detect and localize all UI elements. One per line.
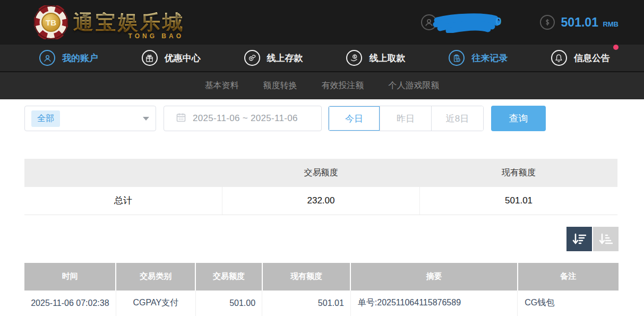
records-header-current-amount: 现有额度 — [262, 263, 351, 291]
main-navigation: 我的账户 优惠中心 线上存款 — [0, 45, 644, 72]
query-button[interactable]: 查询 — [491, 106, 546, 131]
subnav-valid-bets[interactable]: 有效投注额 — [322, 80, 364, 91]
site-subtitle: TONG BAO — [128, 33, 184, 39]
withdraw-icon — [346, 50, 362, 66]
summary-header-current-amount: 现有额度 — [420, 159, 617, 187]
sort-descending-button[interactable] — [566, 227, 592, 251]
date-range-input[interactable]: 2025-11-06 ~ 2025-11-06 — [164, 106, 322, 131]
nav-label: 线上存款 — [267, 52, 303, 64]
casino-chip-icon: TB — [34, 5, 68, 39]
nav-promotions[interactable]: 优惠中心 — [142, 50, 201, 66]
sort-descending-icon — [572, 233, 586, 245]
calendar-icon — [176, 112, 186, 125]
yesterday-button[interactable]: 昨日 — [380, 106, 432, 131]
balance-amount: 501.01 — [561, 15, 598, 29]
records-table: 时间 交易类别 交易额度 现有额度 摘要 备注 2025-11-06 07:02… — [24, 263, 619, 316]
username-visible-digit: 0 — [495, 15, 502, 28]
records-header-row: 时间 交易类别 交易额度 现有额度 摘要 备注 — [24, 263, 619, 291]
summary-current-amount: 501.01 — [420, 187, 617, 215]
user-icon — [39, 50, 55, 66]
type-select-value: 全部 — [31, 110, 60, 127]
nav-label: 优惠中心 — [165, 52, 201, 64]
bell-icon — [551, 50, 567, 66]
sort-ascending-button[interactable] — [593, 227, 619, 251]
subnav-credit-transfer[interactable]: 额度转换 — [263, 80, 297, 91]
records-header-summary: 摘要 — [350, 263, 517, 291]
site-title: 通宝娱乐城 — [73, 12, 185, 32]
record-summary: 单号:202511064115876589 — [350, 291, 517, 316]
quick-date-group: 今日 昨日 近8日 — [328, 106, 484, 131]
top-header: TB 通宝娱乐城 TONG BAO — [0, 0, 644, 45]
summary-header-empty — [24, 159, 222, 187]
subnav-game-limits[interactable]: 个人游戏限额 — [389, 80, 440, 91]
record-current-amount: 501.01 — [262, 291, 351, 316]
records-header-time: 时间 — [24, 263, 116, 291]
site-logo[interactable]: TB 通宝娱乐城 TONG BAO — [34, 5, 185, 39]
notification-dot — [613, 45, 619, 50]
summary-trade-amount: 232.00 — [222, 187, 419, 215]
nav-label: 我的账户 — [62, 52, 98, 64]
filter-bar: 全部 2025-11-06 ~ 2025-11-06 今日 昨日 近8日 查询 — [24, 106, 619, 131]
deposit-icon — [244, 50, 260, 66]
type-select[interactable]: 全部 — [24, 106, 156, 131]
record-type: CGPAY支付 — [116, 291, 195, 316]
nav-transaction-records[interactable]: 往来记录 — [449, 50, 508, 66]
gift-icon — [142, 50, 158, 66]
records-header-note: 备注 — [518, 263, 619, 291]
nav-my-account[interactable]: 我的账户 — [39, 50, 98, 66]
record-time: 2025-11-06 07:02:38 — [24, 291, 116, 316]
sort-ascending-icon — [599, 233, 613, 245]
record-trade-amount: 501.00 — [195, 291, 262, 316]
summary-total-label: 总计 — [24, 187, 222, 215]
chip-monogram: TB — [41, 13, 61, 32]
nav-label: 往来记录 — [471, 52, 508, 64]
table-row: 2025-11-06 07:02:38 CGPAY支付 501.00 501.0… — [24, 291, 619, 316]
nav-announcements[interactable]: 信息公告 — [551, 50, 610, 66]
nav-online-withdrawal[interactable]: 线上取款 — [346, 50, 405, 66]
last-8-days-button[interactable]: 近8日 — [432, 106, 483, 131]
balance-currency: RMB — [603, 20, 619, 28]
sort-controls — [24, 227, 619, 251]
today-button[interactable]: 今日 — [329, 106, 380, 131]
record-note: CG钱包 — [518, 291, 619, 316]
nav-online-deposit[interactable]: 线上存款 — [244, 50, 303, 66]
summary-total-row: 总计 232.00 501.01 — [24, 187, 617, 215]
user-account[interactable]: 0 — [421, 12, 501, 33]
nav-label: 线上取款 — [369, 52, 405, 64]
records-header-type: 交易类别 — [116, 263, 195, 291]
balance-display[interactable]: 501.01 RMB — [540, 15, 619, 30]
records-header-trade-amount: 交易额度 — [195, 263, 262, 291]
nav-label: 信息公告 — [574, 52, 610, 64]
chevron-down-icon — [143, 117, 149, 121]
account-subnav: 基本资料 额度转换 有效投注额 个人游戏限额 — [0, 72, 644, 99]
dollar-icon — [540, 15, 555, 30]
date-range-value: 2025-11-06 ~ 2025-11-06 — [193, 113, 298, 124]
transaction-records-page: TB 通宝娱乐城 TONG BAO — [0, 0, 644, 316]
subnav-basic-info[interactable]: 基本资料 — [205, 80, 239, 91]
summary-table: 交易额度 现有额度 总计 232.00 501.01 — [24, 159, 617, 215]
summary-header-row: 交易额度 现有额度 — [24, 159, 617, 187]
username-redacted: 0 — [433, 12, 501, 33]
records-icon — [449, 50, 465, 66]
summary-header-trade-amount: 交易额度 — [222, 159, 419, 187]
